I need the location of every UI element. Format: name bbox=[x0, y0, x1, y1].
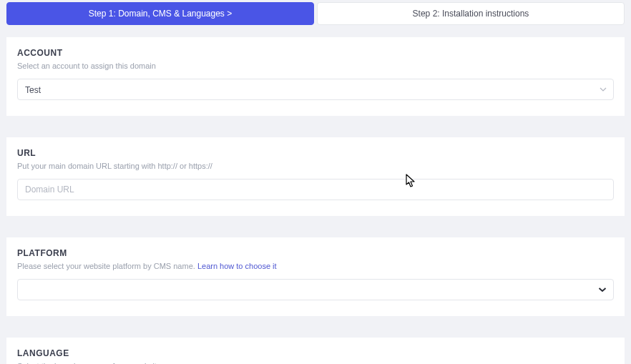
language-title: LANGUAGE bbox=[17, 348, 614, 358]
url-title: URL bbox=[17, 148, 614, 158]
url-input[interactable] bbox=[17, 179, 614, 200]
account-select[interactable]: Test bbox=[17, 79, 614, 100]
platform-description-text: Please select your website platform by C… bbox=[17, 262, 197, 270]
tab-step1[interactable]: Step 1: Domain, CMS & Languages > bbox=[6, 2, 314, 25]
section-url: URL Put your main domain URL starting wi… bbox=[6, 137, 625, 216]
section-language: LANGUAGE Select the base language of you… bbox=[6, 338, 625, 364]
wizard-tabs: Step 1: Domain, CMS & Languages > Step 2… bbox=[6, 0, 625, 25]
section-platform: PLATFORM Please select your website plat… bbox=[6, 237, 625, 316]
platform-select-control bbox=[17, 279, 614, 300]
platform-select[interactable] bbox=[17, 279, 614, 300]
section-account: ACCOUNT Select an account to assign this… bbox=[6, 37, 625, 116]
account-title: ACCOUNT bbox=[17, 48, 614, 58]
platform-title: PLATFORM bbox=[17, 248, 614, 258]
account-select-control: Test bbox=[17, 79, 614, 100]
url-input-control bbox=[17, 179, 614, 200]
platform-learn-link[interactable]: Learn how to choose it bbox=[197, 262, 277, 270]
url-description: Put your main domain URL starting with h… bbox=[17, 162, 614, 170]
account-description: Select an account to assign this domain bbox=[17, 62, 614, 70]
tab-step2[interactable]: Step 2: Installation instructions bbox=[317, 2, 625, 25]
platform-description: Please select your website platform by C… bbox=[17, 262, 614, 270]
